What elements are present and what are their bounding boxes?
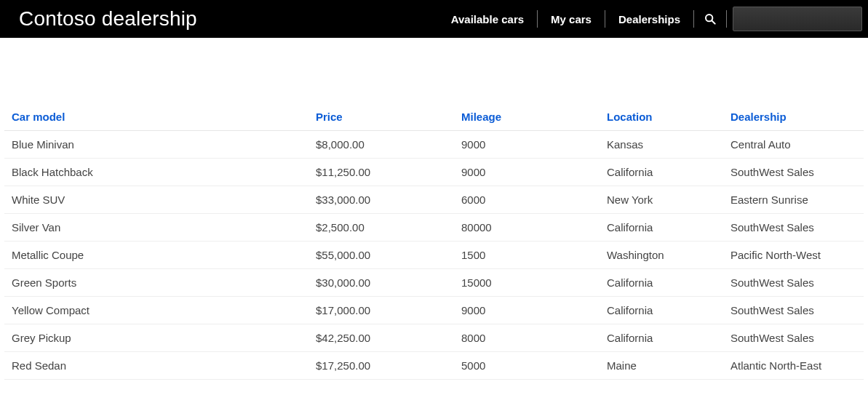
nav-my-cars[interactable]: My cars <box>538 10 605 28</box>
cell-price: $30,000.00 <box>310 269 455 297</box>
cell-location: California <box>601 297 725 324</box>
cell-model: Black Hatchback <box>4 159 310 186</box>
col-header-mileage[interactable]: Mileage <box>455 103 601 131</box>
cell-mileage: 9000 <box>455 159 601 186</box>
cell-dealership: SouthWest Sales <box>725 214 864 242</box>
cell-model: White SUV <box>4 186 310 214</box>
cell-model: Metallic Coupe <box>4 242 310 269</box>
table-header-row: Car model Price Mileage Location Dealers… <box>4 103 864 131</box>
col-header-price[interactable]: Price <box>310 103 455 131</box>
cell-dealership: SouthWest Sales <box>725 159 864 186</box>
col-header-model[interactable]: Car model <box>4 103 310 131</box>
cell-dealership: SouthWest Sales <box>725 269 864 297</box>
cell-model: Silver Van <box>4 214 310 242</box>
nav-search[interactable] <box>694 10 727 28</box>
table-row[interactable]: Red Sedan$17,250.005000MaineAtlantic Nor… <box>4 352 864 380</box>
svg-line-1 <box>712 20 715 24</box>
main-nav: Available cars My cars Dealerships <box>438 0 862 38</box>
cell-price: $17,250.00 <box>310 352 455 380</box>
brand-title: Contoso dealership <box>19 7 197 31</box>
cell-dealership: SouthWest Sales <box>725 324 864 352</box>
cell-dealership: Eastern Sunrise <box>725 186 864 214</box>
cell-model: Grey Pickup <box>4 324 310 352</box>
cell-mileage: 15000 <box>455 269 601 297</box>
table-row[interactable]: White SUV$33,000.006000New YorkEastern S… <box>4 186 864 214</box>
cell-price: $42,250.00 <box>310 324 455 352</box>
cell-model: Red Sedan <box>4 352 310 380</box>
top-bar: Contoso dealership Available cars My car… <box>0 0 868 39</box>
cell-mileage: 9000 <box>455 297 601 324</box>
cell-price: $17,000.00 <box>310 297 455 324</box>
cell-mileage: 1500 <box>455 242 601 269</box>
table-row[interactable]: Black Hatchback$11,250.009000CaliforniaS… <box>4 159 864 186</box>
cell-price: $2,500.00 <box>310 214 455 242</box>
table-row[interactable]: Metallic Coupe$55,000.001500WashingtonPa… <box>4 242 864 269</box>
cell-dealership: SouthWest Sales <box>725 297 864 324</box>
cell-location: Washington <box>601 242 725 269</box>
cell-dealership: Pacific North-West <box>725 242 864 269</box>
cell-location: New York <box>601 186 725 214</box>
cell-price: $33,000.00 <box>310 186 455 214</box>
cell-location: California <box>601 214 725 242</box>
cars-table: Car model Price Mileage Location Dealers… <box>4 103 864 380</box>
cell-mileage: 6000 <box>455 186 601 214</box>
cell-price: $55,000.00 <box>310 242 455 269</box>
cell-model: Blue Minivan <box>4 131 310 159</box>
cell-location: California <box>601 324 725 352</box>
user-menu[interactable] <box>733 7 862 31</box>
search-icon <box>704 13 716 25</box>
table-row[interactable]: Silver Van$2,500.0080000CaliforniaSouthW… <box>4 214 864 242</box>
nav-dealerships[interactable]: Dealerships <box>605 10 694 28</box>
cell-dealership: Atlantic North-East <box>725 352 864 380</box>
cell-price: $8,000.00 <box>310 131 455 159</box>
cell-mileage: 5000 <box>455 352 601 380</box>
cell-location: Maine <box>601 352 725 380</box>
table-row[interactable]: Yellow Compact$17,000.009000CaliforniaSo… <box>4 297 864 324</box>
main-content: Car model Price Mileage Location Dealers… <box>0 39 868 380</box>
cell-price: $11,250.00 <box>310 159 455 186</box>
table-row[interactable]: Grey Pickup$42,250.008000CaliforniaSouth… <box>4 324 864 352</box>
cell-dealership: Central Auto <box>725 131 864 159</box>
table-row[interactable]: Blue Minivan$8,000.009000KansasCentral A… <box>4 131 864 159</box>
cell-model: Green Sports <box>4 269 310 297</box>
cell-mileage: 80000 <box>455 214 601 242</box>
cell-location: Kansas <box>601 131 725 159</box>
nav-available-cars[interactable]: Available cars <box>438 10 538 28</box>
cell-mileage: 8000 <box>455 324 601 352</box>
cell-location: California <box>601 269 725 297</box>
cell-location: California <box>601 159 725 186</box>
col-header-dealership[interactable]: Dealership <box>725 103 864 131</box>
cell-mileage: 9000 <box>455 131 601 159</box>
table-row[interactable]: Green Sports$30,000.0015000CaliforniaSou… <box>4 269 864 297</box>
cell-model: Yellow Compact <box>4 297 310 324</box>
col-header-location[interactable]: Location <box>601 103 725 131</box>
